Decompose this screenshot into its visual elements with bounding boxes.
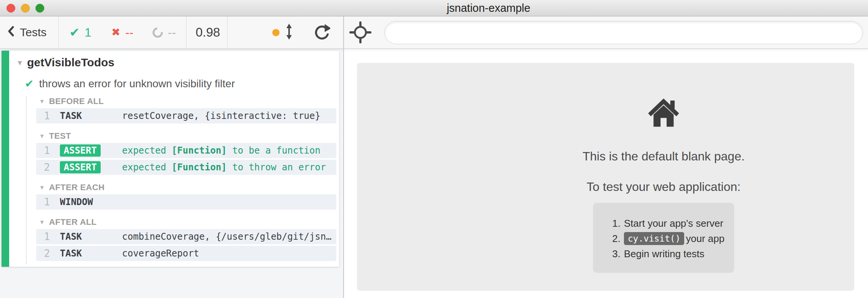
x-icon: ✖ [111,27,120,38]
url-input[interactable] [384,21,863,44]
command-row[interactable]: 1TASKcombineCoverage, {/users/gleb/git/j… [36,229,336,244]
reload-button[interactable] [313,16,330,48]
blank-page-heading: This is the default blank page. [549,149,778,164]
resize-vertical-icon [285,24,293,41]
command-method: TASK [60,248,119,259]
step-item: 1.Start your app's server [608,216,734,231]
command-number: 2 [36,162,50,173]
test-duration: 0.98 [191,16,225,48]
close-button[interactable] [6,4,15,13]
step-item: 3.Begin writing tests [608,246,734,261]
step-item: 2.cy.visit() your app [608,231,734,246]
steps-box: 1.Start your app's server2.cy.visit() yo… [593,203,734,273]
command-message: combineCoverage, {/users/gleb/git/jsnati… [122,231,336,242]
hook-header[interactable]: ▾AFTER ALL [27,217,339,227]
command-method: TASK [60,111,119,121]
caret-down-icon: ▾ [40,98,43,104]
command-row[interactable]: 2TASKcoverageReport [36,246,336,261]
toolbar-divider [186,16,186,48]
command-number: 2 [36,248,50,259]
command-number: 1 [36,110,50,122]
assert-badge: ASSERT [60,161,101,173]
command-message: expected [Function] to throw an error [122,162,336,173]
chevron-left-icon [8,26,14,40]
minimize-button[interactable] [21,4,30,13]
step-number: 2. [608,233,620,245]
hook-name: TEST [49,131,71,141]
command-method: ASSERT [60,161,119,173]
suite-title: getVisibleTodos [27,56,114,69]
pending-count: -- [153,16,176,48]
command-number: 1 [36,196,50,208]
command-number: 1 [36,231,50,242]
reporter-pane: ▾ getVisibleTodos ✔ throws an error for … [0,49,343,298]
step-number: 1. [608,218,620,229]
suite-header[interactable]: ▾ getVisibleTodos [9,56,339,69]
home-icon [549,97,778,130]
hook-header[interactable]: ▾TEST [27,131,339,141]
test-row[interactable]: ✔ throws an error for unknown visibility… [9,77,339,90]
pending-circle-icon [151,25,165,40]
command-message: coverageReport [122,248,336,259]
step-text: Begin writing tests [624,248,704,260]
hook-header[interactable]: ▾BEFORE ALL [27,96,339,106]
code-chip: cy.visit() [624,232,684,245]
back-to-tests-button[interactable]: Tests [8,16,47,48]
toolbar-divider [58,16,59,48]
caret-down-icon: ▾ [40,219,43,225]
blank-page-content: This is the default blank page. To test … [549,49,778,273]
hooks: ▾BEFORE ALL1TASKresetCoverage, {isintera… [26,96,339,264]
aut-pane: This is the default blank page. To test … [344,49,868,298]
command-method: WINDOW [60,197,119,207]
back-to-tests-label: Tests [20,26,47,39]
step-text: Start your app's server [624,218,723,229]
command-method: ASSERT [60,144,119,157]
caret-down-icon: ▾ [18,59,22,66]
caret-down-icon: ▾ [40,133,43,139]
command-method: TASK [60,231,119,242]
hook-name: BEFORE ALL [49,96,104,106]
command-message: expected [Function] to be a function [122,145,336,156]
caret-down-icon: ▾ [40,184,43,191]
viewport-scale-indicator [272,16,293,48]
passed-count: ✔ 1 [69,16,92,48]
suite-block: ▾ getVisibleTodos ✔ throws an error for … [2,51,339,267]
hook-header[interactable]: ▾AFTER EACH [27,183,339,192]
check-icon: ✔ [25,79,34,89]
command-row[interactable]: 1TASKresetCoverage, {isinteractive: true… [36,108,336,123]
check-icon: ✔ [69,26,80,38]
test-title: throws an error for unknown visibility f… [39,77,235,90]
toolbar: Tests ✔ 1 ✖ -- -- 0.98 [0,16,868,49]
assert-badge: ASSERT [60,144,101,157]
failed-count-value: -- [125,26,133,40]
window-title: jsnation-example [447,2,530,14]
pending-count-value: -- [168,26,176,40]
failed-count: ✖ -- [111,16,133,48]
toolbar-divider [227,16,228,48]
selector-playground-button[interactable] [349,16,371,48]
command-message: resetCoverage, {isinteractive: true} [122,111,336,121]
blank-page-subheading: To test your web application: [549,179,778,194]
panel-divider[interactable] [343,16,344,298]
titlebar: jsnation-example [0,0,868,16]
command-row[interactable]: 1WINDOW [36,194,336,210]
step-text: your app [686,233,724,245]
hook-name: AFTER EACH [49,183,104,192]
command-row[interactable]: 1ASSERTexpected [Function] to be a funct… [36,143,336,158]
viewport-dot-icon [272,29,280,36]
zoom-button[interactable] [35,4,44,13]
command-row[interactable]: 2ASSERTexpected [Function] to throw an e… [36,160,336,175]
passed-count-value: 1 [85,26,92,40]
command-number: 1 [36,145,50,156]
hook-name: AFTER ALL [49,217,96,227]
step-number: 3. [608,248,620,260]
